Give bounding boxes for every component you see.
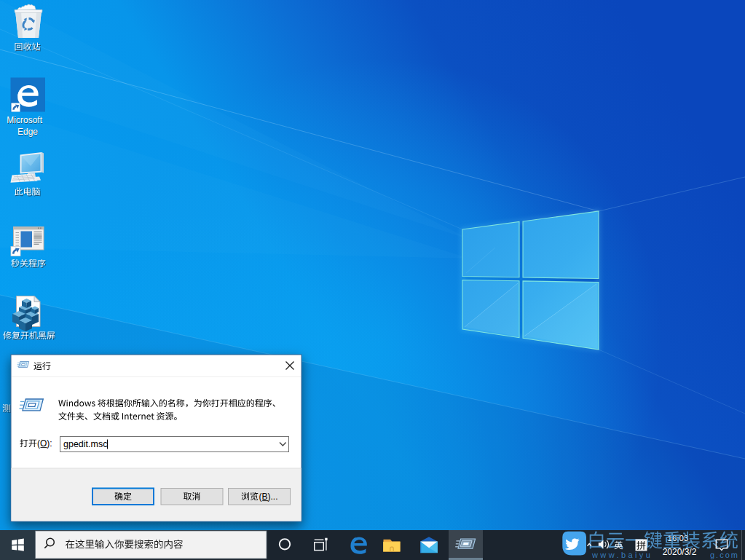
svg-text:(B)...: (B)... xyxy=(259,492,278,502)
svg-text:Edge: Edge xyxy=(17,127,38,137)
svg-text:www.baiyu: www.baiyu xyxy=(591,551,653,559)
svg-text:Microsoft: Microsoft xyxy=(7,115,42,125)
svg-text:2020/3/2: 2020/3/2 xyxy=(663,547,697,557)
svg-text:g.com: g.com xyxy=(710,551,739,559)
svg-text:gpedit.msc: gpedit.msc xyxy=(63,439,107,449)
svg-text:(O):: (O): xyxy=(37,438,52,449)
